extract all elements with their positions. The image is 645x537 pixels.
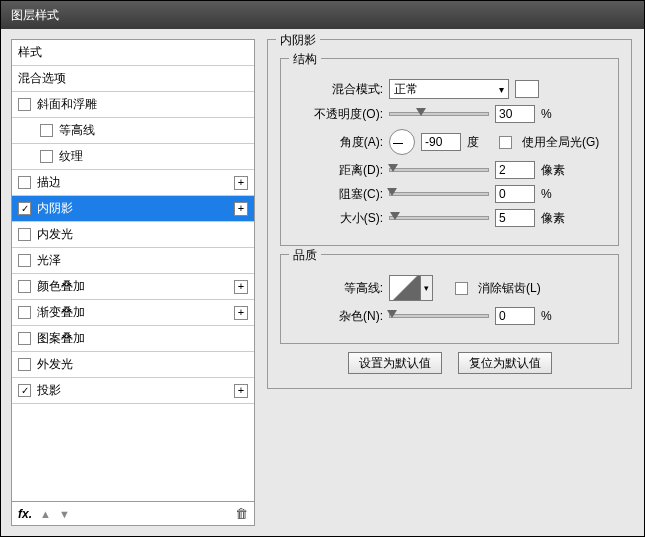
opacity-label: 不透明度(O): xyxy=(293,106,383,123)
blend-mode-label: 混合模式: xyxy=(293,81,383,98)
blend-options-header[interactable]: 混合选项 xyxy=(12,66,254,92)
style-checkbox[interactable] xyxy=(18,384,31,397)
opacity-unit: % xyxy=(541,107,571,121)
styles-header[interactable]: 样式 xyxy=(12,40,254,66)
noise-label: 杂色(N): xyxy=(293,308,383,325)
plus-icon[interactable]: + xyxy=(234,384,248,398)
angle-label: 角度(A): xyxy=(293,134,383,151)
style-item-11[interactable]: 投影+ xyxy=(12,378,254,404)
structure-group: 结构 混合模式: 正常 ▾ 不透明度(O): % xyxy=(280,58,619,246)
angle-unit: 度 xyxy=(467,134,479,151)
plus-icon[interactable]: + xyxy=(234,202,248,216)
style-checkbox[interactable] xyxy=(18,228,31,241)
move-up-icon[interactable]: ▲ xyxy=(40,508,51,520)
chevron-down-icon: ▾ xyxy=(499,84,504,95)
style-checkbox[interactable] xyxy=(18,202,31,215)
choke-unit: % xyxy=(541,187,571,201)
choke-input[interactable] xyxy=(495,185,535,203)
angle-input[interactable] xyxy=(421,133,461,151)
structure-legend: 结构 xyxy=(289,51,321,68)
styles-sidebar: 样式混合选项斜面和浮雕等高线纹理描边+内阴影+内发光光泽颜色叠加+渐变叠加+图案… xyxy=(11,39,255,526)
window-title: 图层样式 xyxy=(11,8,59,22)
size-label: 大小(S): xyxy=(293,210,383,227)
style-item-7[interactable]: 颜色叠加+ xyxy=(12,274,254,300)
style-label: 颜色叠加 xyxy=(37,278,234,295)
plus-icon[interactable]: + xyxy=(234,176,248,190)
style-item-5[interactable]: 内发光 xyxy=(12,222,254,248)
contour-label: 等高线: xyxy=(293,280,383,297)
plus-icon[interactable]: + xyxy=(234,280,248,294)
blend-mode-dropdown[interactable]: 正常 ▾ xyxy=(389,79,509,99)
antialias-checkbox[interactable] xyxy=(455,282,468,295)
style-checkbox[interactable] xyxy=(40,124,53,137)
choke-slider[interactable] xyxy=(389,192,489,196)
style-label: 图案叠加 xyxy=(37,330,248,347)
distance-unit: 像素 xyxy=(541,162,571,179)
move-down-icon[interactable]: ▼ xyxy=(59,508,70,520)
trash-icon[interactable]: 🗑 xyxy=(235,506,248,521)
style-label: 内阴影 xyxy=(37,200,234,217)
distance-label: 距离(D): xyxy=(293,162,383,179)
style-label: 纹理 xyxy=(59,148,248,165)
blend-options-label: 混合选项 xyxy=(18,70,248,87)
styles-header-label: 样式 xyxy=(18,44,248,61)
contour-caret-icon[interactable]: ▾ xyxy=(421,275,433,301)
distance-input[interactable] xyxy=(495,161,535,179)
quality-group: 品质 等高线: ▾ 消除锯齿(L) 杂色(N): xyxy=(280,254,619,344)
fx-menu[interactable]: fx. xyxy=(18,507,32,521)
style-checkbox[interactable] xyxy=(18,306,31,319)
opacity-slider[interactable] xyxy=(389,112,489,116)
size-unit: 像素 xyxy=(541,210,571,227)
inner-shadow-group: 内阴影 结构 混合模式: 正常 ▾ 不透明度(O): xyxy=(267,39,632,389)
style-label: 等高线 xyxy=(59,122,248,139)
panel-title: 内阴影 xyxy=(276,32,320,49)
style-checkbox[interactable] xyxy=(18,332,31,345)
antialias-label: 消除锯齿(L) xyxy=(478,280,541,297)
style-item-6[interactable]: 光泽 xyxy=(12,248,254,274)
choke-label: 阻塞(C): xyxy=(293,186,383,203)
style-label: 内发光 xyxy=(37,226,248,243)
style-item-8[interactable]: 渐变叠加+ xyxy=(12,300,254,326)
style-checkbox[interactable] xyxy=(18,280,31,293)
style-item-10[interactable]: 外发光 xyxy=(12,352,254,378)
plus-icon[interactable]: + xyxy=(234,306,248,320)
style-label: 渐变叠加 xyxy=(37,304,234,321)
shadow-color-swatch[interactable] xyxy=(515,80,539,98)
opacity-input[interactable] xyxy=(495,105,535,123)
effect-settings-panel: 内阴影 结构 混合模式: 正常 ▾ 不透明度(O): xyxy=(255,29,644,536)
quality-legend: 品质 xyxy=(289,247,321,264)
noise-unit: % xyxy=(541,309,571,323)
style-label: 投影 xyxy=(37,382,234,399)
style-label: 描边 xyxy=(37,174,234,191)
style-item-4[interactable]: 内阴影+ xyxy=(12,196,254,222)
global-light-label: 使用全局光(G) xyxy=(522,134,599,151)
style-checkbox[interactable] xyxy=(18,254,31,267)
make-default-button[interactable]: 设置为默认值 xyxy=(348,352,442,374)
reset-default-button[interactable]: 复位为默认值 xyxy=(458,352,552,374)
style-checkbox[interactable] xyxy=(40,150,53,163)
style-checkbox[interactable] xyxy=(18,98,31,111)
style-item-3[interactable]: 描边+ xyxy=(12,170,254,196)
style-item-0[interactable]: 斜面和浮雕 xyxy=(12,92,254,118)
noise-input[interactable] xyxy=(495,307,535,325)
angle-dial[interactable] xyxy=(389,129,415,155)
style-item-9[interactable]: 图案叠加 xyxy=(12,326,254,352)
global-light-checkbox[interactable] xyxy=(499,136,512,149)
style-item-2[interactable]: 纹理 xyxy=(12,144,254,170)
sidebar-footer: fx. ▲ ▼ 🗑 xyxy=(12,501,254,525)
style-checkbox[interactable] xyxy=(18,358,31,371)
style-label: 外发光 xyxy=(37,356,248,373)
style-checkbox[interactable] xyxy=(18,176,31,189)
style-label: 光泽 xyxy=(37,252,248,269)
size-input[interactable] xyxy=(495,209,535,227)
layer-style-dialog: 图层样式 样式混合选项斜面和浮雕等高线纹理描边+内阴影+内发光光泽颜色叠加+渐变… xyxy=(0,0,645,537)
titlebar[interactable]: 图层样式 xyxy=(1,1,644,29)
contour-picker[interactable] xyxy=(389,275,421,301)
noise-slider[interactable] xyxy=(389,314,489,318)
distance-slider[interactable] xyxy=(389,168,489,172)
size-slider[interactable] xyxy=(389,216,489,220)
style-item-1[interactable]: 等高线 xyxy=(12,118,254,144)
style-label: 斜面和浮雕 xyxy=(37,96,248,113)
